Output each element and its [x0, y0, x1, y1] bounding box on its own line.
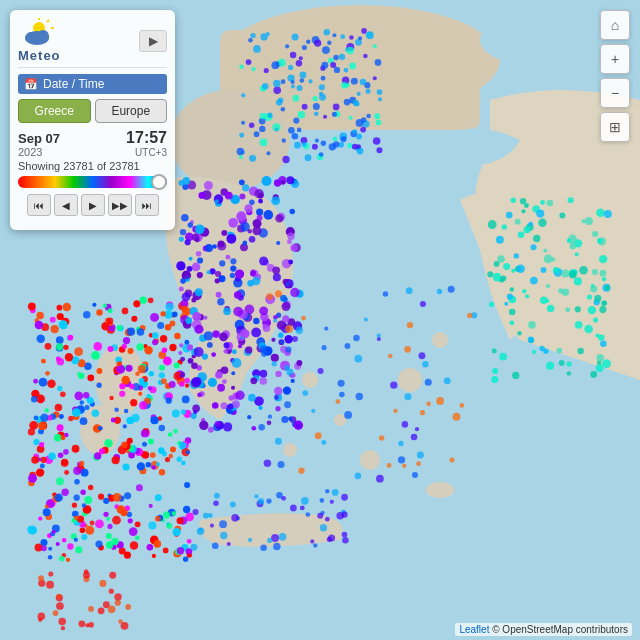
datetime-label: Date / Time — [43, 77, 104, 91]
zoom-in-icon: + — [611, 51, 619, 67]
attribution: Leaflet © OpenStreetMap contributors — [455, 623, 632, 636]
color-bar-handle[interactable] — [151, 174, 167, 190]
home-btn[interactable]: ⌂ — [600, 10, 630, 40]
svg-point-19 — [26, 32, 36, 42]
datetime-section: 📅 Date / Time Greece Europe Sep 07 2023 … — [18, 74, 167, 216]
meteo-logo-icon — [21, 18, 57, 48]
zoom-in-btn[interactable]: + — [600, 44, 630, 74]
map-container[interactable]: Meteo ▶ 📅 Date / Time Greece Europe Sep … — [0, 0, 640, 640]
skip-fwd-btn[interactable]: ⏭ — [135, 194, 159, 216]
skip-back-btn[interactable]: ⏮ — [27, 194, 51, 216]
datetime-display: Sep 07 2023 17:57 UTC+3 — [18, 129, 167, 158]
step-fwd-btn[interactable]: ▶▶ — [108, 194, 132, 216]
layers-btn[interactable]: ⊞ — [600, 112, 630, 142]
nav-arrow-btn[interactable]: ▶ — [139, 30, 167, 52]
time-display: 17:57 — [126, 129, 167, 147]
sidebar-panel: Meteo ▶ 📅 Date / Time Greece Europe Sep … — [10, 10, 175, 230]
leaflet-link[interactable]: Leaflet — [459, 624, 489, 635]
map-controls: ⌂ + − ⊞ — [600, 10, 630, 142]
osm-text: © OpenStreetMap contributors — [492, 624, 628, 635]
home-icon: ⌂ — [611, 17, 619, 33]
zoom-out-icon: − — [611, 85, 619, 101]
color-bar[interactable] — [18, 176, 167, 188]
logo-area: Meteo ▶ — [18, 18, 167, 68]
meteo-logo: Meteo — [18, 18, 61, 63]
year-display: 2023 — [18, 146, 60, 158]
region-tabs: Greece Europe — [18, 99, 167, 123]
svg-point-20 — [37, 30, 49, 42]
tab-europe[interactable]: Europe — [95, 99, 168, 123]
calendar-icon: 📅 — [24, 78, 38, 91]
utc-display: UTC+3 — [126, 147, 167, 158]
logo-text: Meteo — [18, 48, 61, 63]
zoom-out-btn[interactable]: − — [600, 78, 630, 108]
layers-icon: ⊞ — [609, 119, 621, 135]
step-back-btn[interactable]: ◀ — [54, 194, 78, 216]
tab-greece[interactable]: Greece — [18, 99, 91, 123]
showing-label: Showing 23781 of 23781 — [18, 160, 167, 172]
datetime-header[interactable]: 📅 Date / Time — [18, 74, 167, 94]
play-btn[interactable]: ▶ — [81, 194, 105, 216]
svg-line-16 — [47, 20, 49, 22]
playback-controls: ⏮ ◀ ▶ ▶▶ ⏭ — [18, 194, 167, 216]
date-display: Sep 07 — [18, 131, 60, 146]
